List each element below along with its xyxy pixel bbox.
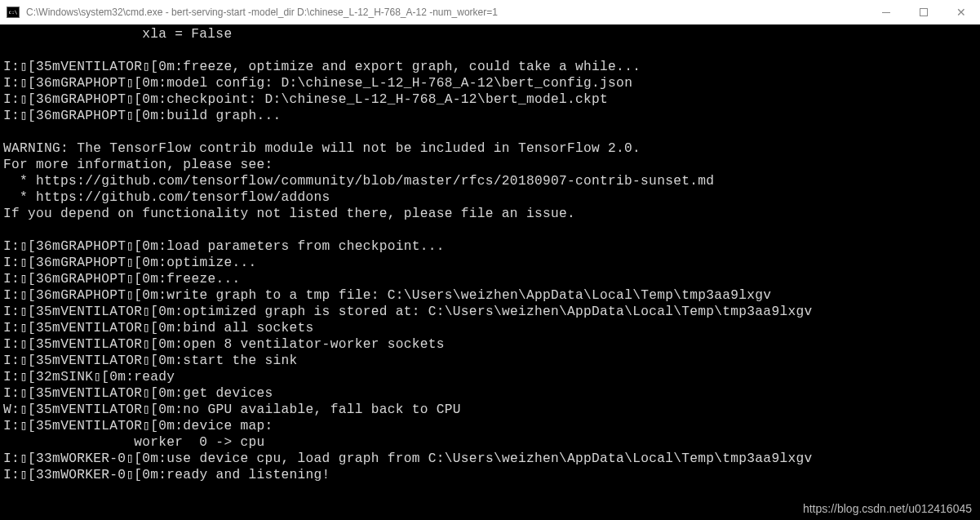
terminal-line: I:▯[35mVENTILATOR▯[0m:bind all sockets [3,320,977,336]
terminal-line: I:▯[36mGRAPHOPT▯[0m:optimize... [3,255,977,271]
maximize-button[interactable] [905,0,942,24]
watermark-text: https://blog.csdn.net/u012416045 [803,502,972,515]
terminal-line: I:▯[35mVENTILATOR▯[0m:device map: [3,418,977,434]
window-title-bar: C:\Windows\system32\cmd.exe - bert-servi… [0,0,980,24]
terminal-line: W:▯[35mVENTILATOR▯[0m:no GPU available, … [3,402,977,418]
minimize-icon [882,12,890,13]
window-title-text: C:\Windows\system32\cmd.exe - bert-servi… [26,7,498,18]
terminal-line: I:▯[36mGRAPHOPT▯[0m:freeze... [3,271,977,287]
close-button[interactable]: ✕ [942,0,980,24]
terminal-line: * https://github.com/tensorflow/communit… [3,173,977,189]
minimize-button[interactable] [867,0,905,24]
terminal-line: For more information, please see: [3,157,977,173]
terminal-line: xla = False [3,26,977,42]
terminal-line [3,222,977,238]
terminal-line: I:▯[36mGRAPHOPT▯[0m:write graph to a tmp… [3,287,977,304]
title-left-group: C:\Windows\system32\cmd.exe - bert-servi… [7,7,498,18]
terminal-line: I:▯[35mVENTILATOR▯[0m:start the sink [3,353,977,369]
terminal-line: I:▯[33mWORKER-0▯[0m:ready and listening! [3,467,977,483]
terminal-line: I:▯[36mGRAPHOPT▯[0m:load parameters from… [3,238,977,255]
cmd-icon [7,7,20,18]
terminal-line: If you depend on functionality not liste… [3,206,977,222]
terminal-line: I:▯[35mVENTILATOR▯[0m:open 8 ventilator-… [3,336,977,353]
terminal-line: I:▯[35mVENTILATOR▯[0m:freeze, optimize a… [3,59,977,75]
terminal-line: I:▯[33mWORKER-0▯[0m:use device cpu, load… [3,451,977,467]
terminal-line: I:▯[36mGRAPHOPT▯[0m:model config: D:\chi… [3,75,977,91]
terminal-line: I:▯[35mVENTILATOR▯[0m:optimized graph is… [3,304,977,320]
maximize-icon [920,8,928,16]
terminal-line [3,42,977,59]
terminal-line: worker 0 -> cpu [3,434,977,451]
terminal-line [3,124,977,140]
terminal-line: * https://github.com/tensorflow/addons [3,189,977,206]
close-icon: ✕ [956,7,966,18]
terminal-line: I:▯[32mSINK▯[0m:ready [3,369,977,385]
terminal-line: I:▯[36mGRAPHOPT▯[0m:checkpoint: D:\chine… [3,91,977,108]
window-controls: ✕ [867,0,980,24]
terminal-line: I:▯[35mVENTILATOR▯[0m:get devices [3,385,977,402]
terminal-line: I:▯[36mGRAPHOPT▯[0m:build graph... [3,108,977,124]
terminal-output[interactable]: xla = False I:▯[35mVENTILATOR▯[0m:freeze… [0,24,980,485]
terminal-line: WARNING: The TensorFlow contrib module w… [3,140,977,157]
